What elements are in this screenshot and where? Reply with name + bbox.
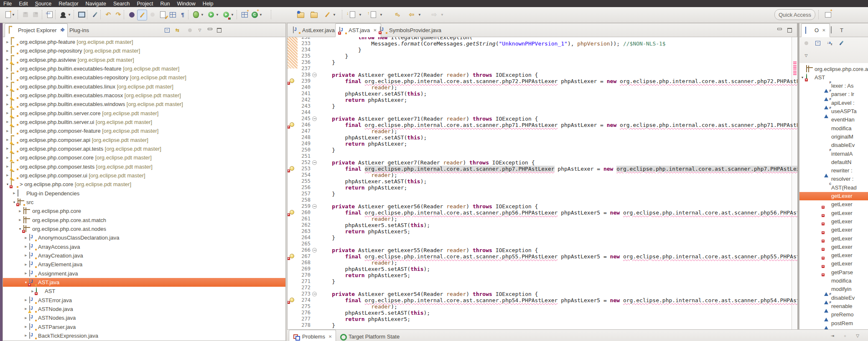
dropdown-caret[interactable]: ▼: [216, 13, 219, 17]
tab-problems[interactable]: Problems✕: [289, 330, 336, 341]
dropdown-caret[interactable]: ▼: [201, 13, 204, 17]
tree-item-assignment-java[interactable]: ▶Assignment.java: [3, 269, 285, 278]
code-line-267[interactable]: 267✕ final org.eclipse.php.internal.core…: [288, 253, 798, 260]
last-edit-location-button[interactable]: ⇦: [393, 10, 402, 20]
outline-item-modifica[interactable]: modifica: [799, 277, 868, 285]
expand-arrow[interactable]: ▶: [12, 192, 16, 195]
new-java-project-button[interactable]: ✦: [240, 10, 249, 20]
run-button[interactable]: [206, 10, 216, 20]
code-line-253[interactable]: 253✕ final org.eclipse.php.internal.core…: [288, 166, 798, 172]
focus-button[interactable]: [802, 39, 810, 47]
fold-collapse-icon[interactable]: [312, 73, 317, 77]
code-line-269[interactable]: 269 phpAstLexer5.setAST(this);: [288, 266, 798, 272]
tab-o[interactable]: O✕: [801, 23, 830, 37]
outline-item-rewriter-[interactable]: rewriter :: [799, 167, 868, 175]
outline-item-lexer-as[interactable]: Flexer : As: [799, 82, 868, 90]
expand-arrow[interactable]: ▶: [5, 58, 10, 61]
outline-item-defaultn[interactable]: defaultN: [799, 158, 868, 166]
tree-item-org-eclipse-php-composer-tests[interactable]: ▶org.eclipse.php.composer.tests [org.ecl…: [3, 162, 285, 171]
tab-t[interactable]: T: [827, 23, 847, 37]
tab-symbolsprovider-java[interactable]: ✕SymbolsProvider.java: [376, 23, 445, 37]
tree-item-org-eclipse-php-composer-feature[interactable]: ▶org.eclipse.php.composer-feature [org.e…: [3, 126, 285, 135]
fold-collapse-icon[interactable]: [312, 292, 317, 296]
close-icon[interactable]: ✕: [328, 334, 332, 339]
tree-item-org-eclipse-php-composer-api[interactable]: ▶org.eclipse.php.composer.api [org.eclip…: [3, 136, 285, 144]
code-line-259[interactable]: 259 private AstLexer getLexer56(Reader r…: [288, 203, 798, 210]
tree-item-org-eclipse-php-builtin-server-core[interactable]: ▶org.eclipse.php.builtin.server.core [or…: [3, 109, 285, 118]
tree-item-org-eclipse-php-core-ast-match[interactable]: ▶org.eclipse.php.core.ast.match: [3, 216, 285, 225]
expand-arrow[interactable]: ▶: [5, 85, 10, 88]
tree-item-astparser-java[interactable]: ▶ASTParser.java: [3, 323, 285, 331]
code-line-234[interactable]: 234 }: [288, 47, 798, 53]
export-folder-button[interactable]: [309, 10, 318, 20]
code-line-251[interactable]: 251: [288, 153, 798, 159]
code-viewport[interactable]: 232 throw new IllegalArgumentException(2…: [288, 37, 798, 330]
coverage-button[interactable]: [221, 10, 231, 20]
bottom-link-with-editor-button[interactable]: ⇥: [829, 332, 836, 339]
expand-arrow[interactable]: ▼: [18, 227, 22, 230]
code-line-247[interactable]: 247 reader);: [288, 128, 798, 134]
new-snippet-button[interactable]: [158, 10, 167, 20]
code-line-278[interactable]: 278 }: [288, 322, 798, 328]
code-line-245[interactable]: 245 private AstLexer getLexer71(Reader r…: [288, 116, 798, 122]
code-line-261[interactable]: 261 reader);: [288, 216, 798, 222]
show-whitespace-button[interactable]: ¶: [178, 10, 187, 20]
dropdown-caret[interactable]: ▼: [259, 13, 262, 17]
outline-item-getlexer[interactable]: ✕getLexer: [799, 242, 868, 251]
expand-arrow[interactable]: ▶: [24, 307, 28, 311]
outline-item-useaspta[interactable]: FuseASPTa: [799, 107, 868, 116]
tree-item-asterror-java[interactable]: ▶ASTError.java: [3, 296, 285, 305]
code-line-277[interactable]: 277 return phpAstLexer5;: [288, 316, 798, 322]
code-line-232[interactable]: 232 throw new IllegalArgumentException(: [288, 37, 798, 40]
code-line-243[interactable]: 243 }: [288, 103, 798, 109]
expand-arrow[interactable]: ▶: [18, 218, 22, 222]
outline-item-getlexer[interactable]: ✕getLexer: [799, 251, 868, 260]
menu-file[interactable]: File: [3, 1, 12, 7]
tab-ast-java[interactable]: ✕AST.java✕: [335, 23, 381, 37]
code-line-237[interactable]: 237: [288, 66, 798, 72]
tree-item-astnode-java[interactable]: ▶ASTNode.java: [3, 305, 285, 313]
code-line-276[interactable]: 276 phpAstLexer5.setAST(this);: [288, 310, 798, 316]
code-line-246[interactable]: 246✕ final org.eclipse.php.internal.core…: [288, 122, 798, 128]
dropdown-caret[interactable]: ▼: [12, 13, 15, 17]
outline-item-getlexer[interactable]: ✕getLexer: [799, 234, 868, 242]
tab-plug-ins[interactable]: ❖Plug-ins: [56, 23, 93, 37]
php-element-button[interactable]: [127, 10, 136, 20]
expand-arrow[interactable]: ▶: [31, 290, 35, 293]
outline-item-apilevel-[interactable]: FapiLevel :: [799, 99, 868, 107]
code-line-233[interactable]: 233 Messages.format(CoreMessages.getStri…: [288, 40, 798, 47]
outline-item-ast[interactable]: ▼✕AST: [799, 73, 868, 81]
code-line-241[interactable]: 241 phpAstLexer.setAST(this);: [288, 91, 798, 97]
new-wizard-button[interactable]: ✦: [3, 10, 13, 20]
new-class-button[interactable]: ✦: [250, 10, 259, 20]
editor-minimize-button[interactable]: [776, 27, 783, 33]
menu-search[interactable]: Search: [113, 1, 130, 7]
outline-item-getlexer[interactable]: ✕getLexer: [799, 260, 868, 268]
menu-edit[interactable]: Edit: [19, 1, 28, 7]
tree-item-org-eclipse-php-core-ast-nodes[interactable]: ▼✕org.eclipse.php.core.ast.nodes: [3, 225, 285, 233]
expand-arrow[interactable]: ▶: [5, 67, 10, 70]
expand-arrow[interactable]: ▶: [24, 272, 28, 275]
expand-arrow[interactable]: ▶: [24, 245, 28, 248]
code-line-252[interactable]: 252 private AstLexer getLexer7(Reader re…: [288, 159, 798, 166]
tab-astlexer-java[interactable]: AstLexer.java: [289, 23, 339, 37]
code-line-272[interactable]: 272: [288, 285, 798, 291]
remote-console-button[interactable]: [77, 10, 86, 20]
tab-target-platform-state[interactable]: Target Platform State: [336, 330, 403, 341]
code-line-250[interactable]: 250 }: [288, 147, 798, 153]
outline-item-disableev[interactable]: disableEv: [799, 141, 868, 149]
fold-collapse-icon[interactable]: [312, 160, 317, 165]
tree-item-arrayelement-java[interactable]: ▶ArrayElement.java: [3, 260, 285, 269]
import-folder-button[interactable]: [296, 10, 305, 20]
tree-item--org-eclipse-php-core[interactable]: ▼✕> org.eclipse.php.core [org.eclipse.pd…: [3, 180, 285, 189]
save-all-button[interactable]: [31, 10, 40, 20]
outline-item-getlexer[interactable]: getLexer: [799, 192, 868, 200]
menu-project[interactable]: Project: [137, 1, 153, 7]
expand-arrow[interactable]: ▼: [24, 281, 28, 284]
fold-collapse-icon[interactable]: [312, 248, 317, 253]
sort-az-button[interactable]: ↓az: [825, 39, 834, 47]
tree-item-org-eclipse-php-builtin-executables-windows[interactable]: ▶org.eclipse.php.builtin.executables.win…: [3, 100, 285, 109]
outline-item-getlexer[interactable]: ✕getLexer: [799, 209, 868, 217]
code-line-273[interactable]: 273 private AstLexer getLexer54(Reader r…: [288, 291, 798, 297]
tree-item-org-eclipse-php-composer-ui[interactable]: ▶org.eclipse.php.composer.ui [org.eclips…: [3, 171, 285, 180]
